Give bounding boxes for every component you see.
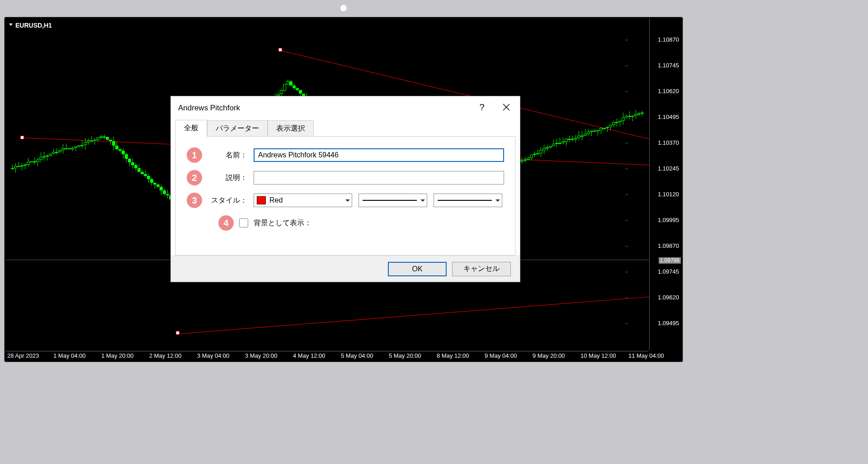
chart-symbol-label: EURUSD,H1 [15,22,52,29]
help-icon: ? [479,102,484,113]
background-checkbox[interactable] [239,218,248,227]
time-tick: 8 May 12:00 [437,352,469,359]
price-tick: 1.09620 [658,294,679,301]
pitchfork-line-3[interactable] [177,294,682,334]
window-drag-handle[interactable] [340,5,347,11]
name-label: 名前： [208,151,247,160]
pitchfork-handle-3[interactable] [176,331,179,335]
price-tick: 1.10245 [658,165,679,172]
dialog-title: Andrews Pitchfork [178,104,240,113]
name-input[interactable] [254,148,504,162]
annotation-badge-1: 1 [187,147,202,163]
time-tick: 9 May 04:00 [485,352,517,359]
pitchfork-handle-1[interactable] [20,136,24,139]
chart-menu-icon[interactable] [9,24,13,26]
description-input[interactable] [254,171,504,185]
time-tick: 3 May 20:00 [245,352,278,359]
time-tick: 11 May 04:00 [628,352,664,359]
dialog-titlebar[interactable]: Andrews Pitchfork ? [171,96,520,120]
line-style-select[interactable] [359,194,427,207]
color-name: Red [269,196,283,204]
line-width-select[interactable] [434,194,502,207]
time-tick: 3 May 04:00 [197,352,230,359]
background-label: 背景として表示： [254,218,311,228]
chevron-down-icon [420,199,425,202]
pitchfork-properties-dialog: Andrews Pitchfork ? 全般 パラメーター 表示選択 1 名前：… [170,96,520,282]
time-tick: 1 May 20:00 [101,352,134,359]
time-tick: 5 May 04:00 [341,352,373,359]
annotation-badge-4: 4 [218,215,234,231]
annotation-badge-2: 2 [187,170,202,185]
time-tick: 10 May 12:00 [580,352,616,359]
help-button[interactable]: ? [470,97,494,117]
chevron-down-icon [495,199,500,202]
time-tick: 5 May 20:00 [389,352,421,359]
price-tick: 1.10620 [658,88,679,95]
price-axis: 1.10870 1.10745 1.10620 1.10495 1.10370 … [649,18,682,350]
tab-general[interactable]: 全般 [175,120,207,137]
price-tick: 1.09495 [658,320,679,327]
annotation-badge-3: 3 [187,193,202,208]
price-tick: 1.10495 [658,114,679,120]
tab-strip: 全般 パラメーター 表示選択 [171,120,520,136]
tab-parameters[interactable]: パラメーター [207,120,268,137]
cancel-button[interactable]: キャンセル [452,262,511,276]
price-tick: 1.10370 [658,139,679,146]
description-label: 説明： [208,173,247,183]
time-axis: 28 Apr 2023 1 May 04:00 1 May 20:00 2 Ma… [5,351,649,361]
time-tick: 28 Apr 2023 [7,352,39,359]
color-swatch-icon [257,196,266,204]
color-select[interactable]: Red [254,194,352,207]
time-tick: 1 May 04:00 [53,352,86,359]
close-button[interactable] [495,97,518,117]
time-tick: 2 May 12:00 [149,352,182,359]
price-tick: 1.09995 [658,217,679,223]
dialog-button-bar: OK キャンセル [171,256,520,282]
time-tick: 9 May 20:00 [533,352,565,359]
pitchfork-handle-2[interactable] [278,48,282,52]
current-price-badge: 1.09788 [659,257,681,264]
tab-display[interactable]: 表示選択 [268,120,314,137]
line-width-sample-icon [438,200,492,201]
line-style-sample-icon [363,200,417,201]
chevron-down-icon [345,199,350,202]
close-icon [503,104,510,111]
price-tick: 1.09745 [658,268,679,275]
style-label: スタイル： [208,196,247,205]
tab-content-general: 1 名前： 2 説明： 3 スタイル： Red [175,136,515,256]
price-tick: 1.10870 [658,36,679,43]
time-tick: 4 May 12:00 [293,352,326,359]
price-tick: 1.09870 [658,242,679,249]
price-tick: 1.10745 [658,62,679,69]
price-tick: 1.10120 [658,191,679,198]
ok-button[interactable]: OK [388,262,447,276]
